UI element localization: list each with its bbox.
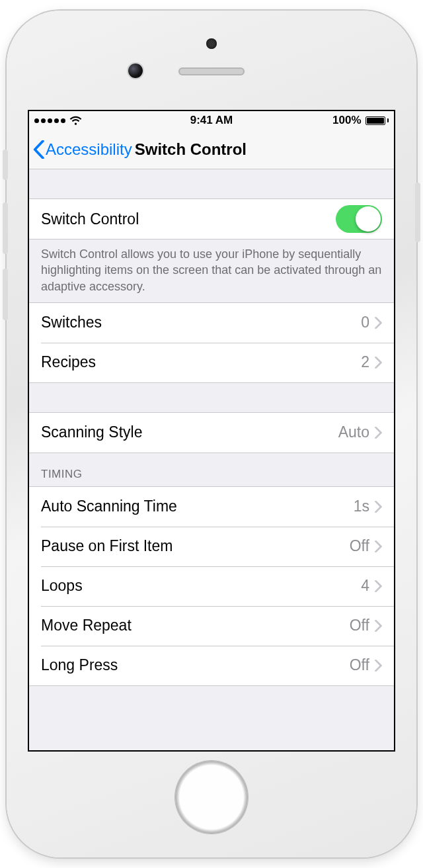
phone-frame: 9:41 AM 100% Accessibility Switch Contro… <box>7 11 416 857</box>
switch-control-label: Switch Control <box>41 210 336 228</box>
scanning-style-row[interactable]: Scanning Style Auto <box>29 413 394 453</box>
cell-value: 1s <box>354 498 369 515</box>
cell-label: Pause on First Item <box>41 537 350 555</box>
page-title: Switch Control <box>135 140 247 159</box>
back-button[interactable]: Accessibility <box>33 140 132 159</box>
status-bar: 9:41 AM 100% <box>29 111 394 130</box>
chevron-right-icon <box>375 660 382 672</box>
move-repeat-row[interactable]: Move Repeat Off <box>29 606 394 646</box>
wifi-icon <box>69 116 82 125</box>
loops-row[interactable]: Loops 4 <box>29 566 394 606</box>
volume-up-button <box>3 202 8 254</box>
long-press-row[interactable]: Long Press Off <box>29 646 394 685</box>
toggle-knob <box>356 206 381 232</box>
recipes-value: 2 <box>361 353 369 371</box>
switches-value: 0 <box>361 314 369 331</box>
volume-down-button <box>3 269 8 320</box>
switch-control-toggle[interactable] <box>336 205 382 233</box>
chevron-right-icon <box>375 357 382 369</box>
pause-on-first-item-row[interactable]: Pause on First Item Off <box>29 527 394 566</box>
recipes-row[interactable]: Recipes 2 <box>29 343 394 382</box>
cell-value: Off <box>350 617 369 634</box>
home-button[interactable] <box>175 761 248 834</box>
switches-label: Switches <box>41 314 361 331</box>
chevron-right-icon <box>375 427 382 439</box>
timing-section-header: TIMING <box>29 453 394 486</box>
timing-group: Auto Scanning Time 1s Pause on First Ite… <box>29 486 394 686</box>
recipes-label: Recipes <box>41 353 361 371</box>
cell-label: Loops <box>41 577 361 595</box>
cell-value: Off <box>350 537 369 555</box>
screen: 9:41 AM 100% Accessibility Switch Contro… <box>28 110 395 752</box>
proximity-sensor <box>206 38 217 49</box>
front-camera <box>128 64 143 78</box>
speaker-grille <box>178 67 245 75</box>
auto-scanning-time-row[interactable]: Auto Scanning Time 1s <box>29 487 394 527</box>
cell-label: Move Repeat <box>41 617 350 634</box>
chevron-left-icon <box>33 140 44 159</box>
switch-control-group: Switch Control <box>29 198 394 239</box>
power-button <box>415 183 420 242</box>
chevron-right-icon <box>375 501 382 513</box>
switch-control-description: Switch Control allows you to use your iP… <box>29 239 394 302</box>
battery-icon <box>365 116 389 125</box>
cell-label: Auto Scanning Time <box>41 498 354 515</box>
mute-switch <box>3 150 8 180</box>
chevron-right-icon <box>375 580 382 592</box>
signal-strength-icon <box>34 118 65 123</box>
switches-recipes-group: Switches 0 Recipes 2 <box>29 302 394 383</box>
battery-percent: 100% <box>332 114 361 127</box>
chevron-right-icon <box>375 317 382 329</box>
cell-value: Off <box>350 656 369 674</box>
switches-row[interactable]: Switches 0 <box>29 303 394 343</box>
status-time: 9:41 AM <box>190 114 233 127</box>
cell-value: 4 <box>361 577 369 595</box>
scanning-style-group: Scanning Style Auto <box>29 412 394 453</box>
navigation-bar: Accessibility Switch Control <box>29 130 394 169</box>
chevron-right-icon <box>375 620 382 632</box>
scanning-style-label: Scanning Style <box>41 423 338 441</box>
scanning-style-value: Auto <box>338 423 369 441</box>
back-label: Accessibility <box>46 140 132 159</box>
chevron-right-icon <box>375 541 382 552</box>
cell-label: Long Press <box>41 656 350 674</box>
switch-control-toggle-row[interactable]: Switch Control <box>29 199 394 239</box>
